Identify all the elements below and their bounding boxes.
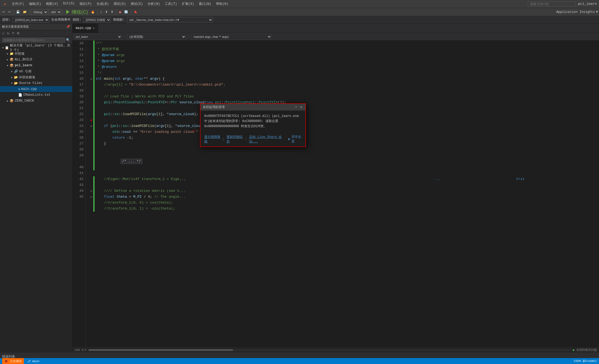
tree-label-maincpp: main.cpp: [21, 87, 37, 91]
bookmark-button[interactable]: 🔖: [132, 10, 139, 14]
zero-check-icon: 📦: [10, 99, 14, 103]
menu-debug[interactable]: 调试(D): [111, 1, 128, 7]
green-bar-25: [93, 129, 94, 135]
code-line-12: * @param argc: [89, 52, 599, 58]
thread-select[interactable]: [20592] 主线程: [83, 17, 111, 23]
green-bar-44: [93, 200, 94, 206]
action-show-stack[interactable]: 显示调用堆栈: [204, 135, 220, 144]
menu-window[interactable]: 窗口(W): [197, 1, 213, 7]
redo-button[interactable]: ↪: [7, 10, 12, 14]
undo-button[interactable]: ↩: [1, 10, 6, 14]
scrollbar-thumb[interactable]: [89, 349, 233, 351]
status-branch[interactable]: ⎇ main: [27, 359, 39, 363]
sep2: [30, 10, 30, 14]
sidebar-pin[interactable]: 📌: [66, 25, 70, 28]
tree-item-maincpp[interactable]: ⊕ main.cpp: [0, 86, 72, 92]
tree-item-solution[interactable]: ▾ 📋 解决方案 'pcl_learn' (3 个项目, 共 3 个): [0, 45, 72, 51]
zoom-control[interactable]: 100 % ⊙: [75, 348, 86, 352]
sidebar-search-input[interactable]: [2, 38, 65, 42]
save-button[interactable]: 💾: [15, 10, 21, 14]
line-indicator-42: ⬦: [89, 188, 93, 194]
breadcrumb-sep1: ›: [123, 35, 125, 39]
step-into-button[interactable]: ⬇: [104, 10, 109, 14]
tab-maincpp[interactable]: main.cpp ✕: [72, 24, 98, 33]
tab-close-button[interactable]: ✕: [93, 26, 95, 30]
open-button[interactable]: 📂: [22, 10, 28, 14]
function-select[interactable]: main(int argc, char ** argv): [191, 34, 272, 40]
zoom-icon[interactable]: ⊙: [85, 348, 86, 352]
sidebar-search-icon: 🔍: [66, 38, 70, 42]
file-select[interactable]: pcl_learn: [74, 34, 122, 40]
app-insights-section[interactable]: Application Insights ▼: [556, 10, 598, 14]
code-line-28: [89, 147, 599, 153]
tab-label: main.cpp: [76, 26, 91, 30]
menu-extensions[interactable]: 扩展(X): [180, 1, 196, 7]
folder-icon: 📁: [10, 52, 14, 56]
breadcrumb-sep2: ›: [188, 35, 189, 39]
sidebar-home-btn[interactable]: ⌂: [1, 31, 5, 36]
hot-reload-button[interactable]: 🔥: [90, 10, 96, 14]
scope-select[interactable]: (全局范围): [127, 34, 186, 40]
scrollbar-area[interactable]: [89, 349, 571, 351]
expand-icon: ▶: [288, 137, 290, 141]
menu-test[interactable]: 测试(S): [129, 1, 145, 7]
green-bar-28: [93, 147, 94, 153]
ref-icon: 🔗: [14, 69, 18, 73]
tree-item-source-files[interactable]: ▾ 📂 Source Files: [0, 80, 72, 86]
sidebar-sync-btn[interactable]: ↻: [6, 31, 10, 36]
menu-analyze[interactable]: 分析(N): [145, 1, 162, 7]
sep4: [97, 10, 98, 14]
menu-help[interactable]: 帮助(H): [214, 1, 231, 7]
expand-label: 异常设置: [291, 135, 302, 144]
sidebar-settings-btn[interactable]: ⚙: [16, 31, 20, 36]
menu-tools[interactable]: 工具(T): [163, 1, 179, 7]
ext-deps-icon: 📂: [14, 75, 18, 79]
debug-mode-select[interactable]: Debug: [31, 9, 48, 15]
step-out-button[interactable]: ⬆: [109, 10, 115, 14]
menu-build[interactable]: 生成(B): [94, 1, 111, 7]
line-content-27: }: [96, 141, 106, 147]
tree-item-pcllearn[interactable]: ▾ 📦 pcl_learn: [0, 62, 72, 68]
sep5: [116, 10, 116, 14]
tree-label-source: Source Files: [19, 81, 42, 85]
exception-close-button[interactable]: ✕: [299, 105, 303, 109]
menu-file[interactable]: 文件(F): [10, 1, 26, 7]
tree-item-all-build[interactable]: ▸ 📦 ALL_BUILD: [0, 57, 72, 62]
app-insights-chevron[interactable]: ▼: [596, 10, 598, 14]
stack-frame-select[interactable]: std::_Narrow_char_traits<char,int>::l▼: [127, 17, 213, 23]
sidebar-search-bar[interactable]: 🔍: [0, 36, 72, 44]
exception-minimize-button[interactable]: —: [294, 105, 298, 109]
step-over-button[interactable]: ⤵: [99, 10, 103, 14]
platform-select[interactable]: x64: [49, 9, 61, 15]
menu-view[interactable]: 视图(V): [44, 1, 60, 7]
menu-edit[interactable]: 编辑(E): [27, 1, 43, 7]
continue-button[interactable]: ▶ 继续(C): [64, 9, 89, 15]
code-line-gap: [89, 170, 599, 176]
search-input[interactable]: [528, 1, 576, 7]
action-live-share[interactable]: 启动 Live Share 会话...: [249, 135, 284, 144]
sidebar-filter-btn[interactable]: ▽: [11, 31, 15, 36]
stop-button[interactable]: ■: [118, 9, 122, 15]
editor-bottom-bar: 100 % ⊙ ◉ 未找到相关问题: [72, 347, 599, 353]
menu-project[interactable]: 项目(P): [77, 1, 94, 7]
tree-item-cmake[interactable]: 📄 CMakeLists.txt: [0, 92, 72, 98]
menu-git[interactable]: Git(G): [61, 1, 77, 7]
action-exception-settings[interactable]: ▶ 异常设置: [288, 135, 302, 144]
green-bar-22: [93, 111, 94, 117]
action-copy-details[interactable]: 复制详细信息: [227, 135, 243, 144]
process-select[interactable]: [20052] pcl_learn.exe: [13, 17, 49, 23]
code-line-10: /**: [89, 41, 599, 46]
tree-item-references[interactable]: ▸ 🔗 ¤© 引用: [0, 68, 72, 74]
code-editor[interactable]: /** * 旋转并平移 * @param argc: [86, 41, 599, 347]
restart-button[interactable]: 🔄: [123, 10, 129, 14]
status-debug: 🐞 正在调试: [2, 358, 24, 364]
window-title: pcl_learn: [578, 2, 597, 6]
chevron-down-icon2: ▾: [5, 64, 10, 68]
tree-item-zero-check[interactable]: ▸ 📦 ZERO_CHECK: [0, 98, 72, 104]
menu-bar[interactable]: 文件(F) 编辑(E) 视图(V) Git(G) 项目(P) 生成(B) 调试(…: [10, 1, 231, 7]
line-content-16: int main(int argc, char** argv) {: [96, 76, 165, 82]
tree-item-ext-deps[interactable]: ▸ 📂 外部依赖项: [0, 74, 72, 80]
line-content-13: * @param argv: [96, 58, 125, 64]
code-line-26: return -1;: [89, 135, 599, 141]
code-line-14: * @return: [89, 64, 599, 70]
